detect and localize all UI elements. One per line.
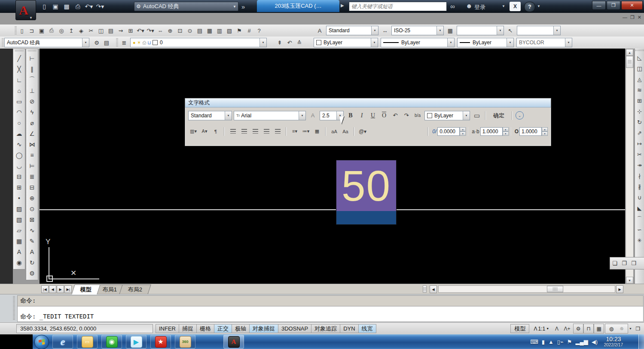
dim-inspect-icon[interactable]: ⊠ bbox=[27, 214, 37, 225]
explorer-icon[interactable]: ▭ bbox=[77, 335, 98, 349]
array-icon[interactable]: ⊞ bbox=[635, 95, 644, 106]
region-icon[interactable]: ▱ bbox=[14, 225, 24, 236]
chevron-down-icon[interactable]: ▼ bbox=[225, 111, 232, 120]
toolbar-lock-icon[interactable]: ⊓ bbox=[583, 324, 594, 334]
drawing-line[interactable] bbox=[40, 209, 625, 210]
oblique-angle-field[interactable]: 0.0000 bbox=[437, 127, 460, 136]
toolbar-overflow-chevron[interactable]: » bbox=[241, 3, 245, 10]
scroll-left-button[interactable]: ◀ bbox=[430, 285, 437, 293]
chevron-down-icon[interactable]: ▼ bbox=[371, 26, 378, 35]
toggle-otrack[interactable]: 对象追踪 bbox=[311, 324, 340, 333]
dim-arc-length-icon[interactable]: ⌒ bbox=[27, 74, 37, 85]
tab-model[interactable]: 模型 bbox=[71, 285, 100, 294]
construction-line-icon[interactable]: ╳ bbox=[14, 64, 24, 74]
spline-icon[interactable]: ∿ bbox=[14, 139, 24, 150]
annotation-scale-button[interactable]: Λ 1:1 ▼ bbox=[532, 324, 551, 333]
dim-space-icon[interactable]: ≣ bbox=[27, 171, 37, 182]
markup-set-manager-icon[interactable]: ⚑ bbox=[235, 26, 244, 35]
symbol-button[interactable]: @▾ bbox=[357, 126, 368, 137]
first-tab-button[interactable]: |◀ bbox=[41, 285, 49, 293]
mtext-editor-box[interactable]: 50 bbox=[336, 160, 397, 225]
color-combo[interactable]: ByLayer ▼ bbox=[314, 38, 378, 47]
new-file-icon[interactable]: ▯ bbox=[40, 2, 49, 11]
designcenter-icon[interactable]: ▦ bbox=[205, 26, 214, 35]
ok-button[interactable]: 确定 bbox=[489, 111, 509, 120]
polygon-icon[interactable]: ⌂ bbox=[14, 85, 24, 96]
drawing-canvas[interactable]: 50 Y ✕ bbox=[40, 49, 625, 284]
workspace-combo[interactable]: ⚙ AutoCAD 经典 ▼ bbox=[134, 2, 238, 11]
tolerance-icon[interactable]: ⊕ bbox=[27, 193, 37, 203]
dim-linear-icon[interactable]: ⊢ bbox=[27, 53, 37, 64]
center-mark-icon[interactable]: ⊙ bbox=[27, 203, 37, 214]
toggle-snap[interactable]: 捕捉 bbox=[179, 324, 197, 333]
chevron-down-icon[interactable]: ▼ bbox=[299, 111, 305, 120]
numbering-button[interactable]: ≔▾ bbox=[301, 126, 311, 137]
make-object-layer-current-icon[interactable]: ⇞ bbox=[275, 38, 284, 47]
document-tab[interactable]: 203练玉莲CAD (… bbox=[257, 0, 339, 12]
horizontal-scrollbar[interactable] bbox=[438, 285, 615, 293]
copy-clip-icon[interactable]: ◫ bbox=[96, 26, 106, 35]
table-style-combo[interactable]: ▼ bbox=[457, 26, 504, 35]
mleader-style-combo[interactable]: ▼ bbox=[517, 26, 561, 35]
dim-continue-icon[interactable]: ⊨ bbox=[27, 160, 37, 171]
network-icon[interactable]: ▂▄▆ bbox=[575, 339, 588, 345]
bring-to-front-icon[interactable]: ❏ bbox=[610, 259, 620, 268]
gradient-icon[interactable]: ▧ bbox=[14, 214, 24, 225]
layer-on-bulb-icon[interactable]: ● bbox=[133, 40, 136, 45]
chevron-down-icon[interactable]: ▼ bbox=[546, 327, 549, 330]
trim-icon[interactable]: ✂ bbox=[635, 149, 644, 160]
bring-above-icon[interactable]: ❒ bbox=[629, 259, 638, 268]
last-tab-button[interactable]: ▶| bbox=[64, 285, 72, 293]
columns-button[interactable]: ▥▾ bbox=[188, 126, 198, 137]
model-space-button[interactable]: 模型 bbox=[510, 324, 529, 333]
dim-edit-icon[interactable]: ✎ bbox=[27, 236, 37, 246]
help-icon[interactable]: ? bbox=[254, 26, 264, 35]
plotstyle-combo[interactable]: BYCOLOR ▼ bbox=[516, 38, 572, 47]
copy-icon[interactable]: ◫ bbox=[635, 63, 644, 74]
align-justify-button[interactable] bbox=[261, 126, 272, 137]
dim-update-icon[interactable]: ↻ bbox=[27, 257, 37, 268]
stack-button[interactable]: b/a bbox=[412, 110, 423, 121]
prev-tab-button[interactable]: ◀ bbox=[49, 285, 56, 293]
text-style-icon[interactable]: A bbox=[315, 26, 324, 35]
bold-button[interactable]: B bbox=[345, 110, 356, 121]
layer-plot-icon[interactable]: ⎙ bbox=[143, 40, 147, 46]
restore-button[interactable]: ❐ bbox=[607, 1, 620, 10]
paste-icon[interactable]: ▤ bbox=[106, 26, 116, 35]
rectangle-icon[interactable]: ▭ bbox=[14, 96, 24, 107]
chevron-down-icon[interactable]: ▼ bbox=[629, 327, 632, 330]
save-icon[interactable]: ▣ bbox=[51, 2, 60, 11]
help-button[interactable]: ? bbox=[524, 2, 535, 12]
keyboard-icon[interactable]: ⌨ bbox=[530, 339, 538, 345]
vertical-scrollbar[interactable]: ▲ ▼ bbox=[626, 49, 634, 285]
search-binoculars-icon[interactable]: ∞ bbox=[450, 3, 455, 10]
doc-minimize-icon[interactable]: — bbox=[623, 15, 627, 20]
mtext-value[interactable]: 50 bbox=[342, 164, 391, 207]
tab-list-arrow-icon[interactable]: ▶ bbox=[341, 3, 344, 8]
chevron-down-icon[interactable]: ▼ bbox=[502, 4, 505, 8]
align-left-button[interactable] bbox=[228, 126, 238, 137]
publish-icon[interactable]: ↥ bbox=[67, 26, 76, 35]
toggle-infer[interactable]: INFER bbox=[156, 324, 179, 333]
dim-radius-icon[interactable]: ⊘ bbox=[27, 96, 37, 107]
toolbar-grip[interactable] bbox=[28, 50, 36, 52]
dim-break-icon[interactable]: ⊟ bbox=[27, 182, 37, 193]
chevron-down-icon[interactable]: ▼ bbox=[497, 26, 504, 35]
workspaces-combo[interactable]: AutoCAD 经典 ▼ bbox=[4, 38, 89, 47]
next-tab-button[interactable]: ▶ bbox=[57, 285, 64, 293]
hatch-icon[interactable]: ▨ bbox=[14, 203, 24, 214]
zoom-previous-icon[interactable]: ⊙ bbox=[185, 26, 195, 35]
chevron-down-icon[interactable]: ▼ bbox=[507, 38, 513, 47]
properties-icon[interactable]: ▤ bbox=[195, 26, 204, 35]
dlg-style-combo[interactable]: Standard ▼ bbox=[188, 111, 232, 120]
lineweight-combo[interactable]: ByLayer ▼ bbox=[457, 38, 514, 47]
tab-splitter-grip[interactable] bbox=[423, 285, 427, 293]
auto-annotation-scale-icon[interactable]: Λ+ bbox=[562, 324, 572, 334]
rotate-icon[interactable]: ↻ bbox=[635, 117, 644, 128]
chevron-down-icon[interactable]: ▼ bbox=[447, 38, 454, 47]
plot-icon[interactable]: ⎙ bbox=[47, 26, 56, 35]
action-center-flag-icon[interactable]: ⚑ bbox=[567, 339, 572, 345]
chevron-down-icon[interactable]: ▼ bbox=[82, 38, 89, 47]
taskbar-clock[interactable]: 10:23 2022/2/17 bbox=[599, 335, 628, 349]
toolbar-grip[interactable] bbox=[635, 49, 644, 51]
